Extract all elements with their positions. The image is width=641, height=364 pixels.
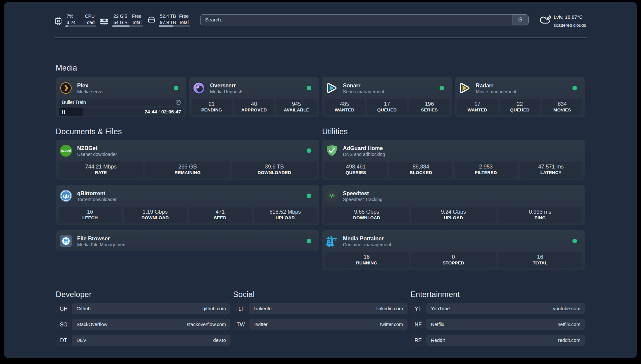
svg-text:nzbget: nzbget bbox=[61, 149, 71, 152]
svg-text:qb: qb bbox=[63, 193, 69, 199]
